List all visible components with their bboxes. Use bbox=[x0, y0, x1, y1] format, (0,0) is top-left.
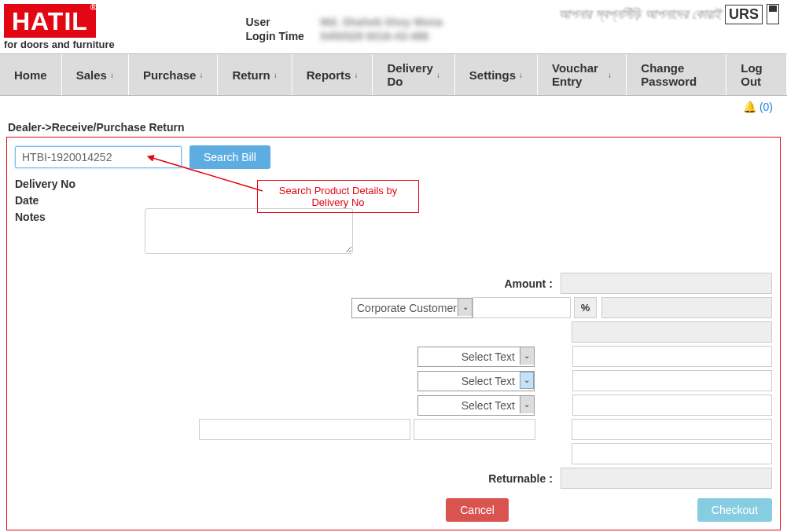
amount-section: Amount : Corporate Customer D ⌄ % Select… bbox=[15, 273, 772, 522]
notification-count: (0) bbox=[759, 101, 773, 113]
cancel-button[interactable]: Cancel bbox=[446, 498, 509, 522]
select-2-text: Select Text bbox=[418, 372, 520, 391]
select-1-value[interactable] bbox=[572, 346, 772, 367]
amount-input[interactable] bbox=[561, 273, 772, 294]
chevron-down-icon: ↓ bbox=[199, 71, 203, 79]
date-label: Date bbox=[15, 192, 145, 207]
nav-change-password[interactable]: Change Password bbox=[627, 54, 726, 95]
user-value: Md. Shaheb khoy Mona bbox=[320, 16, 446, 28]
returnable-label: Returnable : bbox=[15, 472, 561, 485]
chevron-down-icon: ↓ bbox=[274, 71, 278, 79]
checkout-button[interactable]: Checkout bbox=[697, 498, 772, 522]
nav-settings[interactable]: Settings↓ bbox=[455, 54, 538, 95]
delivery-no-label: Delivery No bbox=[15, 175, 145, 190]
search-bill-button[interactable]: Search Bill bbox=[189, 145, 270, 169]
logo-section: HATIL ® for doors and furniture bbox=[4, 4, 134, 50]
notification-bar: 🔔 (0) bbox=[0, 96, 787, 118]
customer-discount-text: Corporate Customer D bbox=[352, 299, 458, 317]
chevron-down-icon: ⌄ bbox=[520, 396, 534, 413]
chevron-down-icon: ↓ bbox=[110, 71, 114, 79]
logo-reg-icon: ® bbox=[90, 2, 97, 12]
notification-bell[interactable]: 🔔 (0) bbox=[743, 101, 773, 113]
logo: HATIL ® bbox=[4, 4, 96, 38]
subtotal-input[interactable] bbox=[572, 321, 772, 343]
search-bill-input[interactable] bbox=[15, 146, 182, 168]
select-2[interactable]: Select Text ⌄ bbox=[417, 371, 535, 391]
iso-badge-icon bbox=[767, 4, 779, 24]
extra-input-1[interactable] bbox=[199, 419, 410, 440]
extra-input-2[interactable] bbox=[414, 419, 535, 440]
search-row: Search Bill bbox=[15, 145, 772, 169]
chevron-down-icon: ↓ bbox=[608, 71, 612, 79]
login-time-value: 5450529 6016-43-486 bbox=[320, 30, 446, 42]
urs-badge-icon: URS bbox=[725, 5, 763, 24]
nav-delivery[interactable]: Delivery Do↓ bbox=[373, 54, 454, 95]
select-1-text: Select Text bbox=[418, 347, 520, 366]
select-3-value[interactable] bbox=[572, 394, 772, 416]
nav-reports[interactable]: Reports↓ bbox=[292, 54, 373, 95]
nav-purchase[interactable]: Purchase↓ bbox=[129, 54, 219, 95]
script-text: আপনার স্বপ্নসিঁড়ি আপনাদের কোরাই bbox=[558, 6, 721, 23]
nav-bar: Home Sales↓ Purchase↓ Return↓ Reports↓ D… bbox=[0, 53, 787, 96]
nav-return[interactable]: Return↓ bbox=[218, 54, 292, 95]
logo-text: HATIL bbox=[12, 7, 88, 35]
chevron-down-icon: ⌄ bbox=[520, 347, 534, 365]
annotation-tooltip: Search Product Details by Delivery No bbox=[257, 180, 419, 213]
customer-discount-select[interactable]: Corporate Customer D ⌄ bbox=[351, 298, 473, 318]
notes-label: Notes bbox=[15, 208, 145, 223]
nav-voucher[interactable]: Vouchar Entry↓ bbox=[538, 54, 627, 95]
total-input[interactable] bbox=[572, 443, 772, 464]
user-label: User bbox=[245, 16, 320, 28]
select-1[interactable]: Select Text ⌄ bbox=[417, 347, 535, 367]
returnable-input[interactable] bbox=[561, 468, 772, 489]
main-form: Search Product Details by Delivery No Se… bbox=[6, 137, 781, 530]
user-info: User Md. Shaheb khoy Mona Login Time 545… bbox=[245, 16, 446, 44]
percent-label: % bbox=[574, 297, 597, 318]
logo-subtitle: for doors and furniture bbox=[4, 39, 134, 50]
chevron-down-icon: ↓ bbox=[354, 71, 358, 79]
header: HATIL ® for doors and furniture User Md.… bbox=[0, 0, 787, 50]
notes-textarea[interactable] bbox=[145, 208, 353, 254]
chevron-down-icon: ⌄ bbox=[520, 372, 534, 389]
right-logos: আপনার স্বপ্নসিঁড়ি আপনাদের কোরাই URS bbox=[558, 4, 779, 24]
bell-icon: 🔔 bbox=[743, 101, 756, 113]
select-2-value[interactable] bbox=[572, 370, 772, 391]
select-3[interactable]: Select Text ⌄ bbox=[417, 395, 535, 416]
discount-value-input[interactable] bbox=[473, 297, 571, 318]
notes-row: Notes bbox=[15, 208, 772, 254]
chevron-down-icon: ↓ bbox=[436, 71, 440, 79]
chevron-down-icon: ↓ bbox=[519, 71, 523, 79]
nav-home[interactable]: Home bbox=[0, 54, 62, 95]
select-3-text: Select Text bbox=[418, 396, 520, 415]
nav-sales[interactable]: Sales↓ bbox=[62, 54, 129, 95]
button-row: Cancel Checkout bbox=[15, 498, 772, 522]
discount-result-input[interactable] bbox=[601, 297, 772, 318]
chevron-down-icon: ⌄ bbox=[458, 299, 472, 316]
login-time-label: Login Time bbox=[245, 30, 320, 42]
breadcrumb: Dealer->Receive/Purchase Return bbox=[0, 118, 787, 137]
extra-input-3[interactable] bbox=[572, 419, 772, 440]
amount-label: Amount : bbox=[15, 277, 561, 290]
nav-logout[interactable]: Log Out bbox=[726, 54, 787, 95]
